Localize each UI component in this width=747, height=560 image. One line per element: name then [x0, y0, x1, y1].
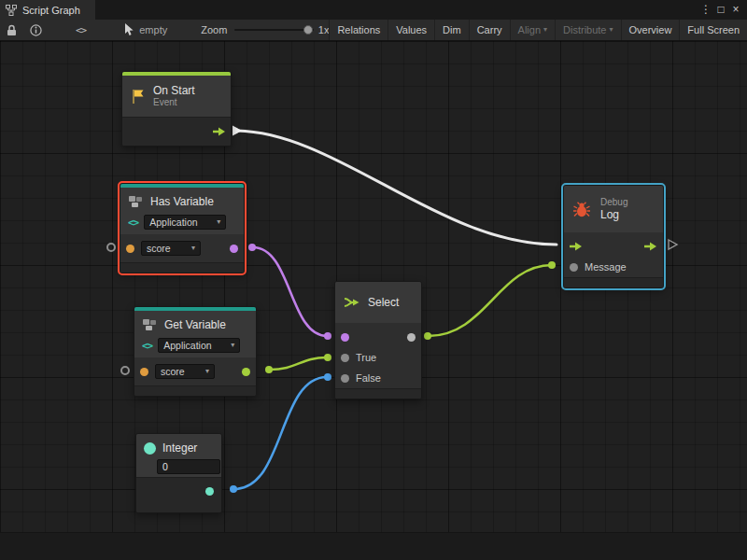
angle-brackets-icon: <> — [76, 24, 86, 36]
wire-hasvariable-to-select[interactable] — [253, 247, 327, 336]
zoom-value: 1x — [318, 24, 330, 35]
integer-icon — [144, 442, 156, 455]
flow-output-port[interactable] — [213, 127, 226, 136]
wire-cap — [324, 354, 331, 361]
lock-button[interactable] — [0, 20, 23, 40]
variables-icon — [142, 318, 159, 331]
overview-button[interactable]: Overview — [621, 20, 680, 40]
distribute-label: Distribute — [563, 24, 606, 35]
unconnected-input-ring[interactable] — [106, 243, 116, 252]
caret-down-icon: ▾ — [231, 342, 234, 349]
values-button[interactable]: Values — [388, 20, 434, 40]
zoom-label: Zoom — [201, 24, 227, 35]
caret-down-icon: ▾ — [610, 26, 613, 34]
tab-script-graph[interactable]: Script Graph — [0, 0, 95, 20]
integer-output-port[interactable] — [205, 487, 214, 496]
zoom-slider-handle[interactable] — [303, 25, 313, 35]
canvas-bottom-edge — [0, 532, 747, 560]
titlebar: Script Graph ⋮ □ × — [0, 0, 747, 20]
node-get-variable[interactable]: Get Variable <> Application ▾ score ▾ — [134, 306, 257, 397]
scope-value: Application — [163, 340, 211, 351]
selection-label: empty — [139, 24, 167, 35]
distribute-button[interactable]: Distribute ▾ — [555, 20, 620, 40]
node-subtitle: Event — [153, 97, 195, 108]
window-controls: ⋮ □ × — [698, 0, 747, 20]
align-button[interactable]: Align ▾ — [510, 20, 555, 40]
selection-indicator: empty — [124, 23, 167, 36]
wire-cap — [324, 373, 331, 381]
node-header: Select — [335, 282, 421, 323]
message-input-port[interactable] — [570, 263, 578, 272]
true-input-port[interactable] — [341, 354, 349, 362]
code-preview-button[interactable]: <> — [69, 20, 92, 40]
wire-cap — [324, 332, 331, 340]
angle-brackets-icon: <> — [142, 340, 152, 352]
node-header: Has Variable <> Application ▾ — [120, 188, 244, 234]
node-integer[interactable]: Integer 0 — [135, 433, 222, 513]
node-on-start[interactable]: On Start Event — [121, 71, 232, 147]
node-has-variable[interactable]: Has Variable <> Application ▾ score ▾ — [120, 183, 245, 273]
bool-output-port[interactable] — [230, 245, 238, 253]
node-title: Integer — [162, 441, 197, 455]
lock-icon — [7, 24, 17, 36]
bug-icon — [572, 202, 591, 217]
flow-continuation-arrow — [669, 240, 677, 249]
variable-name-dropdown[interactable]: score ▾ — [141, 241, 201, 256]
flow-input-port[interactable] — [570, 242, 583, 251]
graph-icon — [6, 5, 17, 16]
selection-output-port[interactable] — [407, 333, 416, 342]
cursor-icon — [124, 23, 134, 36]
true-port-label: True — [356, 352, 376, 363]
name-input-port[interactable] — [126, 245, 134, 253]
relations-button[interactable]: Relations — [329, 20, 388, 40]
node-title: Log — [600, 208, 627, 221]
name-input-port[interactable] — [140, 368, 148, 376]
node-header: Get Variable <> Application ▾ — [134, 311, 256, 357]
wire-cap — [265, 366, 273, 373]
close-button[interactable]: × — [728, 0, 743, 20]
align-label: Align — [518, 24, 541, 35]
wire-onstart-to-log[interactable] — [234, 131, 557, 245]
wire-cap — [230, 485, 237, 493]
variable-name-dropdown[interactable]: score ▾ — [155, 364, 215, 379]
zoom-slider-track — [234, 29, 313, 31]
wire-start-cap — [233, 126, 242, 136]
node-supertitle: Debug — [600, 197, 627, 208]
variable-scope-dropdown[interactable]: Application ▾ — [158, 338, 240, 353]
fullscreen-button[interactable]: Full Screen — [679, 20, 747, 40]
graph-toolbar: <> empty Zoom 1x Relations Values Dim Ca… — [0, 20, 747, 41]
node-header: Integer 0 — [136, 434, 221, 477]
caret-down-icon: ▾ — [543, 26, 547, 34]
wire-cap — [548, 261, 556, 269]
variables-icon — [128, 195, 145, 208]
unconnected-input-ring[interactable] — [120, 366, 130, 375]
condition-input-port[interactable] — [341, 333, 349, 342]
toolbar-buttons: Relations Values Dim Carry Align ▾ Distr… — [329, 20, 747, 40]
false-input-port[interactable] — [341, 374, 349, 383]
carry-button[interactable]: Carry — [469, 20, 510, 40]
message-port-label: Message — [585, 261, 627, 273]
node-title: Has Variable — [150, 195, 214, 208]
variable-scope-dropdown[interactable]: Application ▾ — [144, 215, 226, 230]
wire-select-to-log[interactable] — [429, 265, 552, 336]
inspect-button[interactable] — [23, 20, 49, 40]
variable-name-value: score — [147, 243, 171, 254]
node-select[interactable]: Select True False — [334, 281, 422, 399]
dim-button[interactable]: Dim — [434, 20, 469, 40]
flow-output-port[interactable] — [644, 242, 657, 251]
node-title: On Start — [153, 84, 195, 97]
zoom-slider[interactable] — [234, 24, 313, 35]
maximize-button[interactable]: □ — [713, 0, 728, 20]
graph-canvas[interactable]: On Start Event Has Variable <> — [0, 41, 747, 560]
integer-value-field[interactable]: 0 — [157, 459, 220, 474]
wire-getvariable-to-select[interactable] — [270, 357, 327, 370]
false-port-label: False — [356, 372, 381, 384]
wire-cap — [424, 332, 431, 340]
node-debug-log[interactable]: Debug Log Message — [563, 185, 664, 288]
window-menu-button[interactable]: ⋮ — [698, 0, 713, 20]
caret-down-icon: ▾ — [217, 218, 220, 226]
value-output-port[interactable] — [242, 368, 250, 376]
angle-brackets-icon: <> — [128, 217, 138, 229]
node-title: Select — [368, 296, 399, 309]
node-title: Get Variable — [164, 318, 226, 331]
